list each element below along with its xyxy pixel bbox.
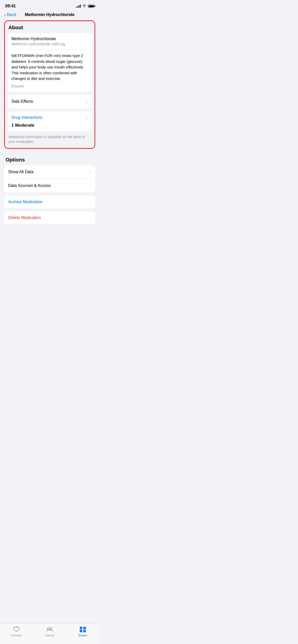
data-sources-chevron-icon: › [90, 183, 91, 188]
options-title: Options [4, 156, 95, 165]
show-all-data-label: Show All Data [8, 170, 34, 174]
drug-name: Metformin Hydrochloride [11, 37, 88, 41]
archive-medication-label: Archive Medication [8, 200, 43, 204]
status-icons [76, 4, 94, 8]
drug-interactions-label: Drug Interactions [11, 115, 43, 120]
delete-medication-label: Delete Medication [8, 215, 41, 220]
interaction-count: 1 Moderate [11, 123, 34, 128]
drug-interactions-chevron-icon: › [86, 115, 88, 120]
battery-icon [88, 5, 94, 8]
interactions-top: Drug Interactions › [7, 111, 92, 123]
back-chevron-icon: ‹ [4, 12, 6, 17]
back-button[interactable]: ‹ Back [4, 12, 22, 17]
drug-description: METFORMIN (met FOR min) treats type 2 di… [7, 50, 92, 83]
delete-medication-card[interactable]: Delete Medication [4, 211, 95, 224]
side-effects-chevron-icon: › [86, 99, 88, 104]
page-title: Metformin Hydrochloride [22, 12, 77, 17]
options-section: Options Show All Data › Data Sources & A… [4, 156, 95, 224]
archive-medication-card[interactable]: Archive Medication [4, 196, 95, 208]
nav-bar: ‹ Back Metformin Hydrochloride [0, 10, 99, 20]
data-sources-row[interactable]: Data Sources & Access › [4, 179, 95, 193]
status-bar: 09:41 [0, 0, 99, 10]
show-all-data-chevron-icon: › [90, 169, 91, 175]
status-time: 09:41 [5, 4, 16, 9]
main-content: About Metformin Hydrochloride Metformin … [0, 20, 99, 253]
signal-icon [76, 5, 81, 8]
drug-info-card: Metformin Hydrochloride Metformin Hydroc… [7, 33, 92, 92]
side-effects-label: Side Effects [11, 99, 33, 104]
wifi-icon [82, 4, 86, 8]
about-title: About [5, 25, 94, 33]
drug-subtitle: Metformin Hydrochloride 1000 mg [11, 42, 88, 46]
side-effects-row[interactable]: Side Effects › [7, 95, 92, 108]
drug-name-area: Metformin Hydrochloride Metformin Hydroc… [7, 33, 92, 50]
drug-source: Elsevier [7, 83, 92, 92]
additional-info: Additional information is available on t… [5, 135, 94, 148]
about-section: About Metformin Hydrochloride Metformin … [4, 20, 95, 149]
back-label: Back [7, 12, 17, 17]
interactions-bottom: 1 Moderate [7, 123, 92, 131]
drug-interactions-card[interactable]: Drug Interactions › 1 Moderate [7, 111, 92, 131]
options-card-main: Show All Data › Data Sources & Access › [4, 165, 95, 193]
data-sources-label: Data Sources & Access [8, 183, 51, 188]
show-all-data-row[interactable]: Show All Data › [4, 165, 95, 179]
